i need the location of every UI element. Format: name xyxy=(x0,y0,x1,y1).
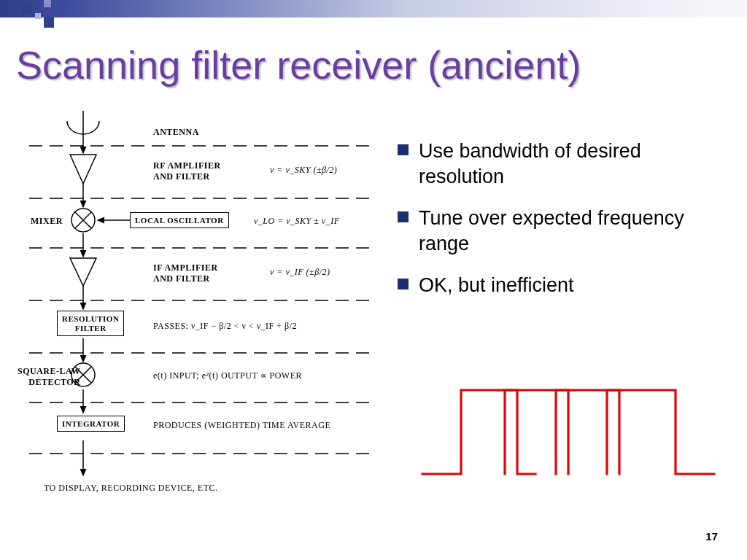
bullet-square-icon xyxy=(398,211,409,222)
scanning-pulses-illustration xyxy=(419,379,718,481)
bullet-square-icon xyxy=(398,144,409,155)
accent-square xyxy=(44,18,54,28)
bullet-text: OK, but inefficient xyxy=(419,273,574,298)
accent-square xyxy=(35,13,41,19)
eq-if: ν = ν_IF (±β/2) xyxy=(270,267,330,278)
slide-top-accent xyxy=(0,0,747,18)
label-rf-amplifier: RF AMPLIFIER AND FILTER xyxy=(153,160,221,182)
eq-integrator: PRODUCES (WEIGHTED) TIME AVERAGE xyxy=(153,420,330,431)
accent-square xyxy=(44,0,51,7)
bullet-item: Use bandwidth of desired resolution xyxy=(398,139,726,190)
eq-rf: ν = ν_SKY (±β/2) xyxy=(270,165,337,176)
label-antenna: ANTENNA xyxy=(153,127,199,138)
bullet-list: Use bandwidth of desired resolution Tune… xyxy=(398,139,726,314)
bullet-text: Tune over expected frequency range xyxy=(419,206,726,257)
eq-square-law: e(t) INPUT; e²(t) OUTPUT ∝ POWER xyxy=(153,370,302,381)
bullet-item: Tune over expected frequency range xyxy=(398,206,726,257)
svg-marker-15 xyxy=(70,155,96,184)
eq-passes: PASSES: ν_IF − β/2 < ν < ν_IF + β/2 xyxy=(153,321,297,332)
bullet-item: OK, but inefficient xyxy=(398,273,726,298)
block-diagram: ANTENNA RF AMPLIFIER AND FILTER ν = ν_SK… xyxy=(22,111,379,526)
box-integrator: INTEGRATOR xyxy=(57,416,125,432)
svg-marker-20 xyxy=(70,258,96,286)
label-square-law: SQUARE-LAWDETECTOR xyxy=(18,366,80,388)
box-local-oscillator: LOCAL OSCILLATOR xyxy=(130,212,229,228)
bullet-square-icon xyxy=(398,279,409,289)
page-number: 17 xyxy=(705,530,718,542)
accent-square xyxy=(21,4,31,14)
bullet-text: Use bandwidth of desired resolution xyxy=(419,139,726,190)
slide-title: Scanning filter receiver (ancient) xyxy=(16,42,581,88)
label-output: TO DISPLAY, RECORDING DEVICE, ETC. xyxy=(44,483,217,494)
label-mixer: MIXER xyxy=(31,216,63,227)
box-resolution-filter: RESOLUTIONFILTER xyxy=(57,311,124,336)
label-if-amplifier: IF AMPLIFIER AND FILTER xyxy=(153,262,218,284)
eq-lo: ν_LO = ν_SKY ± ν_IF xyxy=(254,216,340,227)
